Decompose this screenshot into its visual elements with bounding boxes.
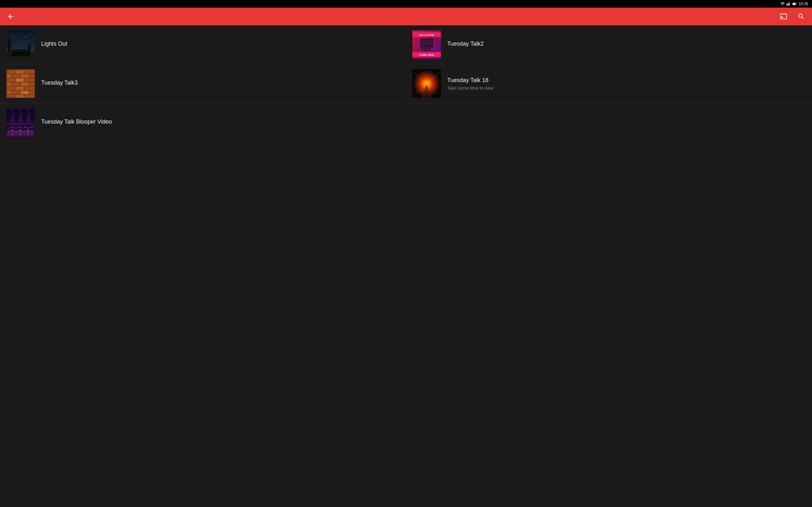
svg-rect-54 [24,95,35,98]
video-thumbnail [6,108,35,137]
svg-point-10 [25,37,26,37]
svg-rect-88 [11,131,14,135]
svg-rect-38 [7,78,15,82]
svg-rect-91 [22,132,26,135]
lights-out-thumb [6,31,35,59]
svg-rect-92 [26,131,30,135]
thumbnail-image [6,108,35,137]
svg-point-72 [8,127,11,129]
back-arrow-icon [7,13,14,20]
svg-point-75 [18,126,20,128]
tuesday-talk3-thumb [6,69,35,98]
svg-rect-47 [24,87,35,90]
video-info: Lights Out [41,40,399,49]
svg-rect-33 [24,70,35,74]
svg-point-12 [30,34,31,35]
thumbnail-image [6,69,35,98]
svg-rect-89 [15,132,18,135]
list-item[interactable]: Tuesday Talk3 [0,64,406,103]
svg-rect-31 [7,70,15,74]
blooper-thumb [6,108,35,135]
svg-rect-23 [422,39,432,46]
content-area: Lights Out [0,25,444,253]
svg-rect-27 [429,47,431,50]
status-bar: 10:26 [0,0,444,8]
svg-point-74 [14,127,17,129]
video-thumbnail [412,69,441,98]
list-item[interactable]: ext Level Me COME VIEW [406,25,444,64]
svg-rect-32 [15,70,24,74]
svg-rect-42 [12,82,20,86]
svg-rect-53 [15,95,24,98]
svg-point-73 [11,126,14,128]
video-title: Tuesday Talk3 [41,79,399,87]
svg-rect-46 [15,87,24,90]
svg-rect-48 [7,91,11,95]
svg-text:COME VIEW: COME VIEW [419,54,434,56]
svg-rect-41 [7,82,11,86]
video-thumbnail: ext Level Me COME VIEW [412,31,441,59]
svg-point-11 [15,38,16,38]
svg-rect-36 [20,74,29,78]
svg-point-9 [20,33,21,34]
tuesday-talk2-thumb: ext Level Me COME VIEW [412,31,441,59]
list-item[interactable]: Tuesday Talk 18 Take some time to view [406,64,444,103]
thumbnail-image [412,69,441,98]
list-item[interactable]: Lights Out [0,25,406,64]
svg-rect-35 [12,74,20,78]
svg-rect-40 [24,78,35,82]
app-bar-left [5,11,16,22]
svg-rect-50 [20,91,29,95]
svg-rect-34 [7,74,11,78]
svg-rect-24 [421,47,423,50]
video-title: Lights Out [41,40,399,48]
svg-point-8 [12,35,13,36]
svg-rect-43 [20,82,29,86]
svg-rect-52 [7,95,15,98]
tuesday-talk18-thumb [412,69,441,98]
video-thumbnail [6,69,35,98]
svg-rect-18 [6,52,35,59]
svg-rect-39 [15,78,24,82]
video-info: Tuesday Talk3 [41,79,399,88]
video-info: Tuesday Talk Blooper Video [41,118,399,127]
svg-point-77 [24,126,27,128]
svg-rect-25 [424,47,426,51]
svg-rect-49 [12,91,20,95]
svg-rect-26 [426,47,428,51]
back-button[interactable] [5,11,16,22]
svg-rect-44 [30,82,35,86]
list-item[interactable]: Tuesday Talk Blooper Video [0,103,406,142]
svg-rect-87 [7,132,10,135]
video-grid: Lights Out [0,25,444,142]
svg-rect-71 [6,124,35,124]
thumbnail-image [6,31,35,59]
svg-text:ext Level Me: ext Level Me [419,34,434,37]
svg-point-76 [21,127,23,129]
svg-rect-37 [30,74,35,78]
empty-cell [406,103,444,142]
video-thumbnail [6,31,35,59]
video-title: Tuesday Talk Blooper Video [41,118,399,125]
thumbnail-image: ext Level Me COME VIEW [412,31,441,59]
app-bar [0,8,444,25]
svg-rect-93 [30,132,33,135]
svg-rect-45 [7,87,15,90]
svg-rect-90 [19,131,22,135]
svg-rect-51 [30,91,35,95]
svg-point-79 [31,126,33,128]
svg-point-78 [27,127,30,129]
